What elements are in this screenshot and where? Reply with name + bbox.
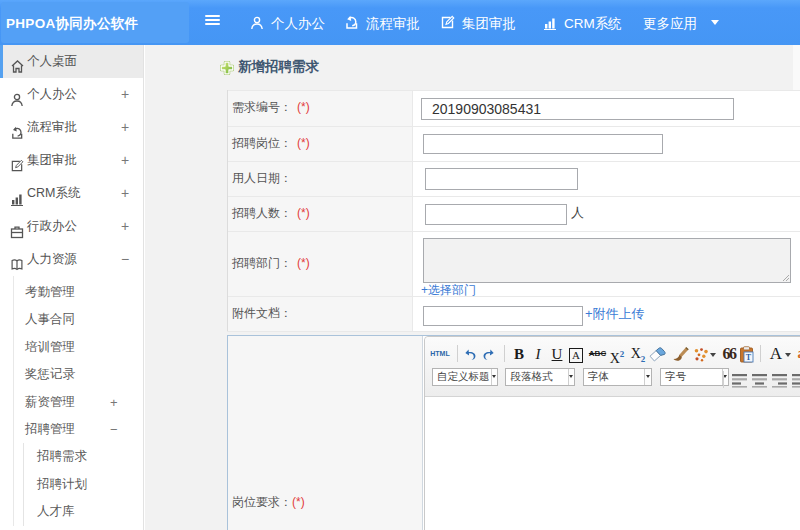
svg-text:T: T xyxy=(745,353,751,362)
